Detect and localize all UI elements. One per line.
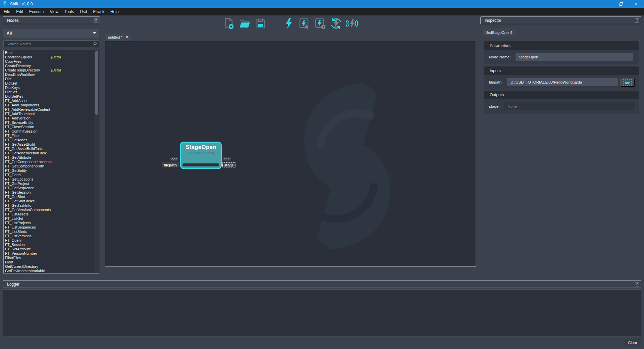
node-list-item[interactable]: FT_ListSequences — [4, 225, 94, 230]
save-graph-button[interactable] — [255, 17, 267, 30]
node-list-item[interactable]: FT_GetAssetVersionTask — [4, 151, 94, 155]
tab-untitled[interactable]: untitled * × — [105, 34, 131, 41]
menu-item-ftrack[interactable]: Ftrack — [90, 8, 107, 15]
node-list-item[interactable]: FT_AddThumbnail — [4, 112, 94, 116]
execute-graph-button[interactable] — [283, 17, 295, 30]
node-list-item[interactable]: FT_SetAttribute — [4, 247, 94, 251]
node-list-item[interactable]: FT_CommitSession — [4, 129, 94, 134]
node-list-item[interactable]: FT_GetAsset — [4, 138, 94, 142]
node-list-item[interactable]: FT_Query — [4, 238, 94, 243]
node-list-item[interactable]: FilterFiles — [4, 256, 94, 260]
node-list-item[interactable]: FT_AddReviewableContent — [4, 107, 94, 112]
node-graph-canvas[interactable]: StageOpen (UsdStageOpen) >>> filepath >>… — [105, 41, 476, 267]
stageopen-node[interactable]: StageOpen (UsdStageOpen) — [180, 142, 222, 169]
node-list-item[interactable]: FT_GetId — [4, 173, 94, 177]
node-list-item[interactable]: CreateTempDirectory(Beta) — [4, 68, 94, 72]
node-list-item[interactable]: DeadlineWorkflow — [4, 72, 94, 77]
node-list-item[interactable]: DictSetKey — [4, 94, 94, 99]
open-graph-button[interactable] — [239, 17, 251, 30]
node-list-item[interactable]: FT_GetComponentPath — [4, 164, 94, 168]
logger-output-area[interactable] — [3, 290, 641, 337]
new-graph-button[interactable] — [223, 17, 235, 30]
node-list-item[interactable]: FT_GetProject — [4, 182, 94, 186]
node-list-scrollbar[interactable] — [95, 50, 99, 273]
node-list-item[interactable]: FT_GetSequence — [4, 186, 94, 190]
node-list-item[interactable]: FT_GetAssetBuild — [4, 142, 94, 147]
menu-item-usd[interactable]: Usd — [77, 8, 90, 15]
scrollbar-thumb[interactable] — [95, 51, 98, 115]
inputs-section: Inputs filepath: — [484, 66, 639, 90]
node-list-item[interactable]: GetCurrentDirectory — [4, 264, 94, 269]
execute-selected-button[interactable] — [299, 17, 311, 30]
re-execute-graph-button[interactable] — [330, 17, 342, 30]
filepath-input[interactable] — [507, 78, 618, 86]
node-list-item-name: FilterFiles — [5, 256, 21, 260]
node-list-item[interactable]: Bool — [4, 51, 94, 55]
node-list-item[interactable]: GetEnvironmentVariable — [4, 269, 94, 273]
menu-item-execute[interactable]: Execute — [26, 8, 47, 15]
output-port-label[interactable]: stage — [222, 162, 235, 167]
node-list-item[interactable]: FT_GetEntity — [4, 168, 94, 173]
inputs-section-header: Inputs — [484, 66, 639, 75]
tab-close-icon[interactable]: × — [126, 35, 128, 40]
minimize-button[interactable] — [598, 0, 613, 8]
input-port-label[interactable]: filepath — [162, 162, 179, 167]
bolt-refresh-icon — [330, 17, 342, 30]
node-list-item[interactable]: FT_ListVersions — [4, 234, 94, 238]
node-list-item[interactable]: FT_GetLocations — [4, 177, 94, 182]
menu-item-tools[interactable]: Tools — [61, 8, 77, 15]
node-list-item[interactable]: FT_GetShot — [4, 195, 94, 199]
menu-item-edit[interactable]: Edit — [13, 8, 26, 15]
clear-logger-button[interactable]: Clear — [625, 339, 641, 346]
node-list-item[interactable]: FT_ListAssets — [4, 212, 94, 216]
inspector-node-tab[interactable]: UsdStageOpen1 — [482, 29, 516, 36]
browse-file-button[interactable] — [620, 78, 635, 87]
node-list-item[interactable]: CopyFiles — [4, 59, 94, 64]
node-list-item[interactable]: FT_ListShots — [4, 230, 94, 234]
node-list-item[interactable]: Dict — [4, 77, 94, 81]
node-list-item[interactable]: FT_Session — [4, 243, 94, 247]
node-list-item[interactable]: CreateDirectory — [4, 64, 94, 68]
node-list-item[interactable]: FT_GetComponentLocations — [4, 160, 94, 164]
node-list-item-name: Dict — [5, 77, 11, 81]
bolt-waves-icon — [346, 17, 358, 30]
node-list-item[interactable]: DictSet — [4, 90, 94, 94]
execute-from-node-button[interactable] — [314, 17, 326, 30]
close-button[interactable]: × — [629, 0, 644, 8]
menu-item-file[interactable]: File — [1, 8, 13, 15]
logger-float-icon[interactable] — [635, 282, 639, 286]
node-list-item[interactable]: FT_GetAssetBuildTasks — [4, 147, 94, 151]
node-list-item[interactable]: FT_ListProjects — [4, 221, 94, 225]
input-port-connector[interactable]: >>> — [170, 157, 178, 161]
node-name-label: Node Name: — [489, 55, 511, 59]
node-list-item[interactable]: FT_GetAttribute — [4, 155, 94, 160]
menu-item-view[interactable]: View — [47, 8, 61, 15]
node-list-item[interactable]: FT_CloseSession — [4, 125, 94, 129]
node-list-item[interactable]: Float — [4, 260, 94, 264]
node-list-item[interactable]: FT_GetTaskInfo — [4, 203, 94, 208]
stage-output-field — [504, 102, 635, 110]
search-input[interactable] — [4, 42, 93, 46]
node-list-item[interactable]: DictKeys — [4, 86, 94, 90]
output-port-connector[interactable]: >>> — [223, 157, 231, 161]
node-list-item[interactable]: FT_Filter — [4, 134, 94, 138]
live-execution-button[interactable] — [346, 17, 358, 30]
node-list-item[interactable]: FT_AddComponents — [4, 103, 94, 107]
restore-button[interactable] — [613, 0, 629, 8]
node-list-item[interactable]: ConditionEquals(Beta) — [4, 55, 94, 59]
node-list-item[interactable]: FT_GetShotTasks — [4, 199, 94, 203]
node-list-item[interactable]: FT_AddAsset — [4, 99, 94, 103]
node-list-item[interactable]: FT_GetVersionComponents — [4, 208, 94, 212]
node-name-input[interactable] — [516, 53, 633, 61]
node-list-item[interactable]: FT_BrowseEntity — [4, 120, 94, 125]
nodes-panel-float-icon[interactable] — [94, 18, 98, 22]
node-list-item[interactable]: FT_GetSession — [4, 190, 94, 195]
search-box — [3, 40, 99, 47]
node-list-item[interactable]: FT_AddVersion — [4, 116, 94, 120]
node-list-item[interactable]: FT_ListGet — [4, 216, 94, 221]
node-list-item[interactable]: DictGet — [4, 81, 94, 86]
menu-item-help[interactable]: Help — [107, 8, 122, 15]
node-list-item[interactable]: FT_VersionNumber — [4, 251, 94, 256]
node-category-dropdown[interactable]: All — [3, 29, 99, 38]
inspector-float-icon[interactable] — [635, 18, 639, 22]
